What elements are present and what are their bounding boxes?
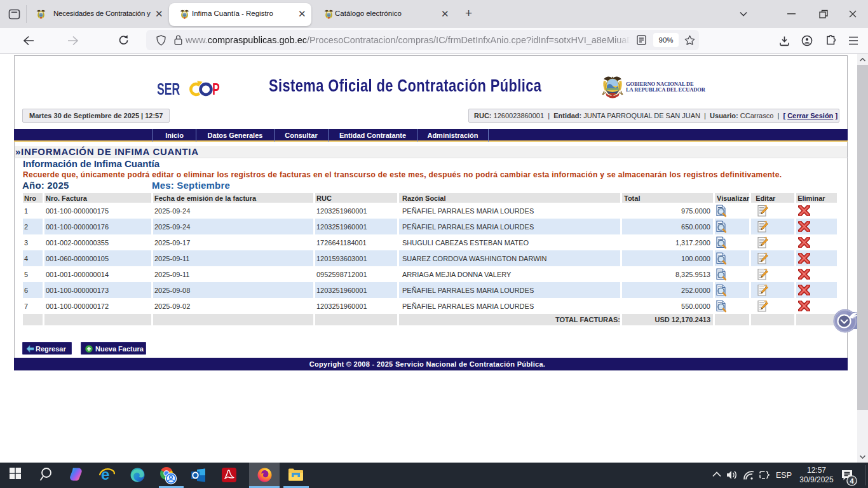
svg-text:4: 4 [850, 477, 854, 485]
